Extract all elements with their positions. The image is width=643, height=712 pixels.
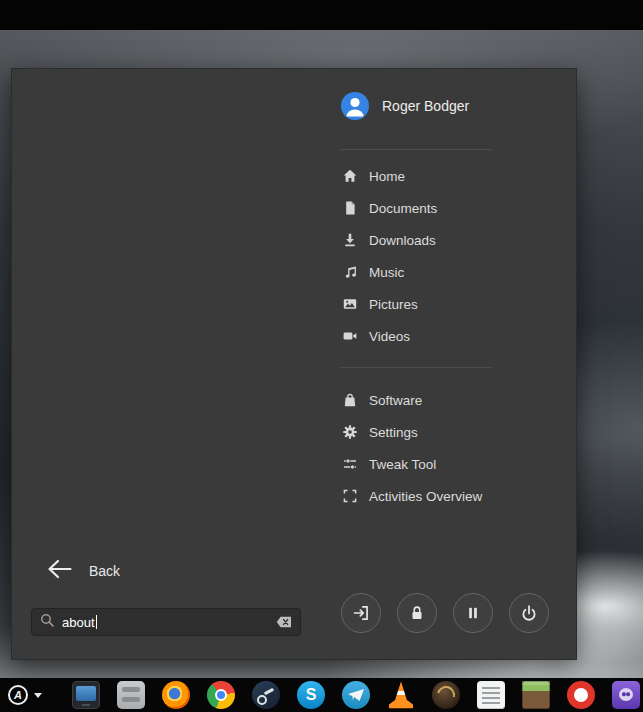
menu-item-tweak-tool[interactable]: Tweak Tool <box>341 448 482 480</box>
logout-icon <box>352 604 370 622</box>
skype-letter: S <box>297 681 325 709</box>
menu-item-label: Videos <box>369 329 410 344</box>
places-section: Home Documents Downloads Music Pictures … <box>341 160 437 352</box>
chrome-icon[interactable] <box>207 681 235 709</box>
menu-item-videos[interactable]: Videos <box>341 320 437 352</box>
user-avatar-icon <box>341 92 369 120</box>
purple-game-icon[interactable] <box>612 681 640 709</box>
dropdown-caret-icon <box>34 693 42 698</box>
vlc-icon[interactable] <box>387 681 415 709</box>
activities-overview-icon <box>341 488 358 504</box>
power-icon <box>520 604 538 622</box>
suspend-button[interactable] <box>453 593 493 633</box>
text-editor-icon[interactable] <box>477 681 505 709</box>
skype-icon[interactable]: S <box>297 681 325 709</box>
menu-item-label: Downloads <box>369 233 436 248</box>
opera-icon[interactable] <box>567 681 595 709</box>
applications-menu-button[interactable]: A <box>0 678 52 712</box>
search-input-value: about <box>62 615 95 630</box>
firefox-icon[interactable] <box>162 681 190 709</box>
video-camera-icon <box>341 328 358 344</box>
menu-item-software[interactable]: Software <box>341 384 482 416</box>
telegram-icon[interactable] <box>342 681 370 709</box>
lock-icon <box>408 604 426 622</box>
top-panel <box>0 0 643 30</box>
gear-icon <box>341 424 358 440</box>
software-bag-icon <box>341 392 358 408</box>
logout-button[interactable] <box>341 593 381 633</box>
download-icon <box>341 232 358 248</box>
minecraft-icon[interactable] <box>522 681 550 709</box>
menu-item-label: Activities Overview <box>369 489 482 504</box>
desktop: Roger Bodger Home Documents Downloads Mu… <box>0 0 643 712</box>
pause-icon <box>464 604 482 622</box>
menu-item-label: Music <box>369 265 404 280</box>
clear-search-button[interactable] <box>276 616 292 628</box>
home-icon <box>341 168 358 184</box>
menu-item-documents[interactable]: Documents <box>341 192 437 224</box>
menu-item-label: Documents <box>369 201 437 216</box>
lock-button[interactable] <box>397 593 437 633</box>
menu-item-label: Tweak Tool <box>369 457 436 472</box>
zero-ad-icon[interactable] <box>432 681 460 709</box>
image-icon <box>341 296 358 312</box>
menu-item-music[interactable]: Music <box>341 256 437 288</box>
terminal-icon[interactable] <box>72 681 100 709</box>
separator <box>341 367 491 368</box>
back-button[interactable]: Back <box>44 557 120 585</box>
search-input[interactable]: about <box>31 608 301 636</box>
menu-item-downloads[interactable]: Downloads <box>341 224 437 256</box>
steam-icon[interactable] <box>252 681 280 709</box>
separator <box>341 149 491 150</box>
back-arrow-icon <box>44 557 74 585</box>
menu-item-home[interactable]: Home <box>341 160 437 192</box>
menu-item-label: Settings <box>369 425 418 440</box>
menu-item-pictures[interactable]: Pictures <box>341 288 437 320</box>
session-buttons <box>341 593 549 633</box>
taskbar: A S <box>0 678 643 712</box>
user-name: Roger Bodger <box>382 98 469 114</box>
menu-item-label: Software <box>369 393 422 408</box>
applications-menu-panel: Roger Bodger Home Documents Downloads Mu… <box>11 68 577 660</box>
tweaks-icon <box>341 456 358 472</box>
menu-item-settings[interactable]: Settings <box>341 416 482 448</box>
menu-item-label: Home <box>369 169 405 184</box>
text-cursor <box>96 615 97 629</box>
file-manager-icon[interactable] <box>117 681 145 709</box>
back-label: Back <box>89 563 120 579</box>
document-icon <box>341 200 358 216</box>
music-note-icon <box>341 264 358 280</box>
system-section: Software Settings Tweak Tool Activities … <box>341 384 482 512</box>
power-button[interactable] <box>509 593 549 633</box>
arc-menu-icon: A <box>8 685 28 705</box>
menu-item-activities-overview[interactable]: Activities Overview <box>341 480 482 512</box>
menu-item-label: Pictures <box>369 297 418 312</box>
user-account[interactable]: Roger Bodger <box>341 92 469 120</box>
search-icon <box>40 613 54 631</box>
dock-app-list: S <box>72 681 640 709</box>
